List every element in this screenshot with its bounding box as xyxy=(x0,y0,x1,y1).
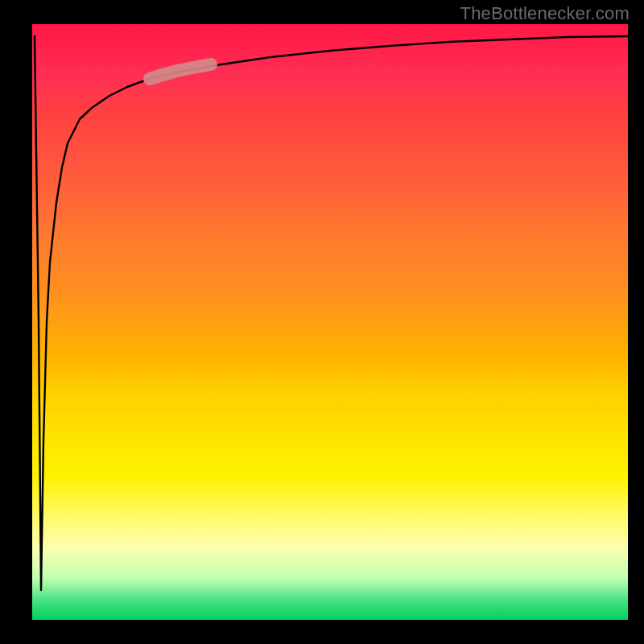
plot-area xyxy=(32,24,628,620)
attribution-text: TheBottlenecker.com xyxy=(460,3,630,24)
chart-container: TheBottlenecker.com xyxy=(0,0,644,644)
